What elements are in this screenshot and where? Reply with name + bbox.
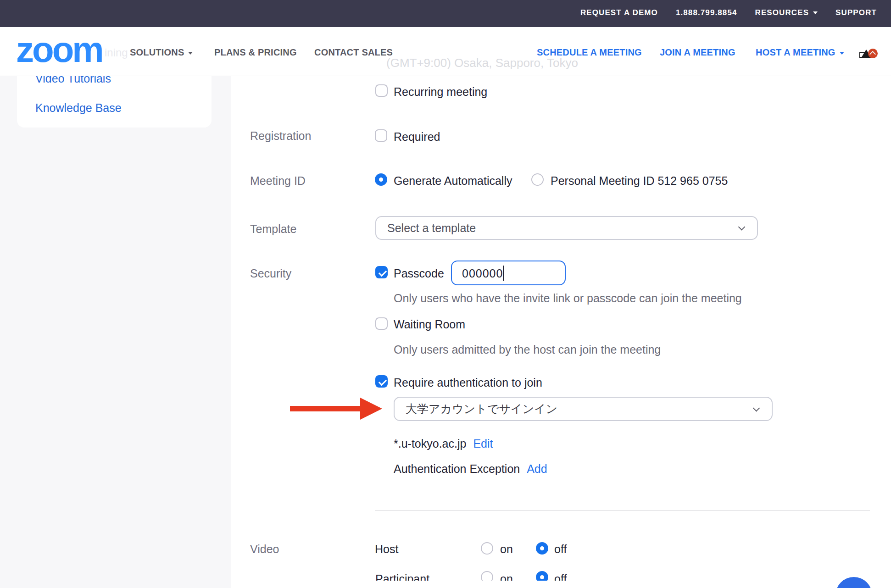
add-exception-link[interactable]: Add	[527, 462, 547, 475]
host-video-on-radio[interactable]	[481, 542, 493, 555]
support-link[interactable]: SUPPORT	[835, 8, 877, 17]
nav-contact-sales[interactable]: CONTACT SALES	[314, 47, 393, 58]
generate-automatically-radio[interactable]	[375, 173, 387, 186]
request-demo-link[interactable]: REQUEST A DEMO	[580, 8, 658, 17]
caret-down-icon	[840, 52, 844, 55]
require-auth-checkbox[interactable]	[375, 375, 388, 388]
passcode-help-text: Only users who have the invite link or p…	[394, 292, 742, 305]
passcode-input[interactable]: 000000	[451, 261, 566, 285]
registration-required-label: Required	[394, 130, 440, 144]
template-select-value: Select a template	[387, 222, 476, 235]
meeting-id-label: Meeting ID	[250, 174, 306, 188]
avatar-sun	[868, 49, 878, 58]
auth-method-value: 大学アカウントでサインイン	[406, 401, 557, 416]
participant-video-on-label: on	[500, 572, 513, 581]
phone-number[interactable]: 1.888.799.8854	[676, 8, 737, 17]
passcode-value: 000000	[462, 266, 504, 281]
avatar[interactable]	[859, 49, 878, 58]
sidebar-background	[0, 76, 231, 588]
help-chat-button[interactable]	[835, 577, 872, 588]
caret-down-icon	[813, 11, 818, 14]
registration-label: Registration	[250, 129, 311, 143]
participant-video-off-radio[interactable]	[536, 571, 548, 581]
annotation-arrow	[290, 406, 361, 411]
passcode-checkbox[interactable]	[375, 266, 388, 278]
registration-required-checkbox[interactable]	[375, 129, 387, 142]
nav-schedule-meeting[interactable]: SCHEDULE A MEETING	[537, 47, 642, 58]
require-auth-label: Require authentication to join	[394, 376, 542, 389]
template-label: Template	[250, 222, 296, 236]
personal-meeting-id-radio[interactable]	[531, 173, 544, 186]
main-navbar: ining (GMT+9:00) Osaka, Sapporo, Tokyo z…	[0, 27, 891, 76]
auth-method-select[interactable]: 大学アカウントでサインイン	[394, 397, 773, 421]
participant-video-off-label: off	[554, 572, 567, 581]
template-select[interactable]: Select a template	[375, 216, 758, 240]
host-video-on-label: on	[500, 543, 513, 556]
zoom-logo[interactable]: zoom	[16, 29, 102, 71]
recurring-meeting-checkbox[interactable]	[375, 84, 388, 97]
video-label: Video	[250, 543, 279, 556]
participant-video-on-radio[interactable]	[481, 571, 493, 581]
video-host-label: Host	[375, 543, 398, 556]
auth-exception-row: Authentication Exception Add	[394, 462, 547, 476]
topbar: REQUEST A DEMO 1.888.799.8854 RESOURCES …	[0, 0, 891, 27]
nav-plans-pricing[interactable]: PLANS & PRICING	[214, 47, 297, 58]
chevron-down-icon	[753, 405, 760, 412]
participant-video-row: Participant on off	[372, 569, 610, 581]
recurring-meeting-label: Recurring meeting	[394, 85, 487, 99]
auth-domains-row: *.u-tokyo.ac.jp Edit	[394, 437, 493, 450]
nav-join-meeting[interactable]: JOIN A MEETING	[660, 47, 735, 58]
host-video-off-label: off	[554, 543, 567, 556]
resources-menu[interactable]: RESOURCES	[755, 8, 818, 17]
auth-exception-label: Authentication Exception	[394, 462, 520, 475]
waiting-room-help-text: Only users admitted by the host can join…	[394, 343, 661, 356]
caret-down-icon	[188, 52, 193, 55]
edit-domains-link[interactable]: Edit	[473, 437, 493, 450]
nav-solutions[interactable]: SOLUTIONS	[130, 47, 193, 58]
security-label: Security	[250, 267, 291, 280]
host-video-off-radio[interactable]	[536, 542, 548, 555]
annotation-arrow-head	[360, 398, 382, 420]
chevron-down-icon	[738, 223, 746, 231]
video-participant-label: Participant	[375, 572, 429, 581]
text-cursor	[503, 266, 504, 281]
personal-meeting-id-label: Personal Meeting ID 512 965 0755	[551, 174, 728, 188]
waiting-room-label: Waiting Room	[394, 318, 465, 331]
section-divider	[375, 510, 870, 511]
auth-domains-value: *.u-tokyo.ac.jp	[394, 437, 466, 450]
sidebar-item-knowledge-base[interactable]: Knowledge Base	[35, 101, 122, 115]
passcode-label: Passcode	[394, 267, 444, 280]
ghost-text-timezone: (GMT+9:00) Osaka, Sapporo, Tokyo	[386, 56, 578, 70]
generate-automatically-label: Generate Automatically	[394, 174, 512, 188]
nav-host-meeting[interactable]: HOST A MEETING	[756, 47, 844, 58]
ghost-text-partial: ining	[105, 46, 128, 59]
waiting-room-checkbox[interactable]	[375, 317, 388, 330]
